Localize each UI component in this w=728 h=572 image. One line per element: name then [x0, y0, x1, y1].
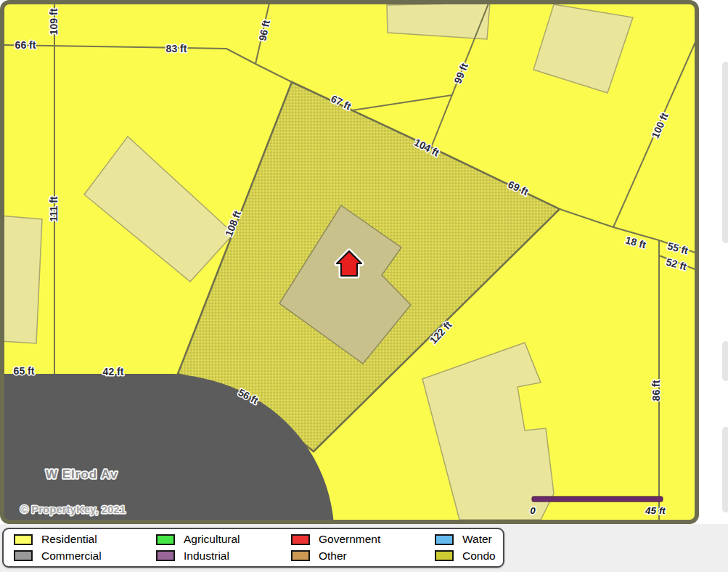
- legend-label: Agricultural: [184, 533, 240, 546]
- legend-item-condo: Condo: [435, 549, 503, 563]
- land-use-legend: Residential Commercial Agricultural Indu…: [2, 528, 504, 568]
- copyright-label: © PropertyKey, 2021: [20, 503, 126, 515]
- dimension-label: 109 ft: [48, 8, 60, 35]
- dimension-label: 86 ft: [650, 380, 662, 401]
- commercial-color-swatch: [14, 550, 33, 561]
- legend-item-other: Other: [291, 549, 435, 563]
- dimension-label: 65 ft: [14, 365, 35, 377]
- industrial-color-swatch: [156, 550, 175, 561]
- scale-end-label: 45 ft: [645, 505, 666, 516]
- building-footprint: [0, 216, 42, 343]
- property-map-page: { "map": { "street_label": "W Elrod Av",…: [0, 0, 728, 572]
- dimension-label: 66 ft: [15, 39, 36, 51]
- legend-item-agricultural: Agricultural: [156, 533, 291, 546]
- parcel-map-canvas[interactable]: 66 ft 109 ft 83 ft 96 ft 67 ft 104 ft 99…: [0, 0, 699, 524]
- water-color-swatch: [435, 534, 454, 545]
- clipped-side-panel-edge: [722, 427, 728, 512]
- residential-color-swatch: [14, 534, 33, 545]
- dimension-label: 42 ft: [103, 366, 124, 377]
- building-footprint: [387, 3, 490, 39]
- legend-label: Industrial: [184, 549, 229, 563]
- legend-label: Residential: [41, 533, 97, 546]
- other-color-swatch: [291, 550, 310, 561]
- clipped-side-panel-edge: [722, 341, 728, 381]
- clipped-side-panel-edge: [722, 62, 728, 243]
- legend-label: Condo: [462, 549, 496, 563]
- legend-label: Commercial: [41, 549, 102, 563]
- dimension-label: 111 ft: [48, 196, 60, 221]
- condo-color-swatch: [435, 550, 454, 561]
- legend-item-residential: Residential: [14, 533, 156, 546]
- scale-start-label: 0: [530, 505, 536, 516]
- legend-item-government: Government: [291, 533, 435, 546]
- legend-label: Water: [462, 533, 492, 546]
- government-color-swatch: [291, 534, 310, 545]
- dimension-label: 83 ft: [166, 43, 187, 54]
- legend-label: Government: [319, 533, 380, 546]
- street-name-label: W Elrod Av: [46, 467, 118, 481]
- legend-item-water: Water: [435, 533, 503, 546]
- legend-item-commercial: Commercial: [14, 549, 156, 563]
- agricultural-color-swatch: [156, 534, 175, 545]
- legend-item-industrial: Industrial: [156, 549, 291, 563]
- legend-label: Other: [319, 549, 347, 563]
